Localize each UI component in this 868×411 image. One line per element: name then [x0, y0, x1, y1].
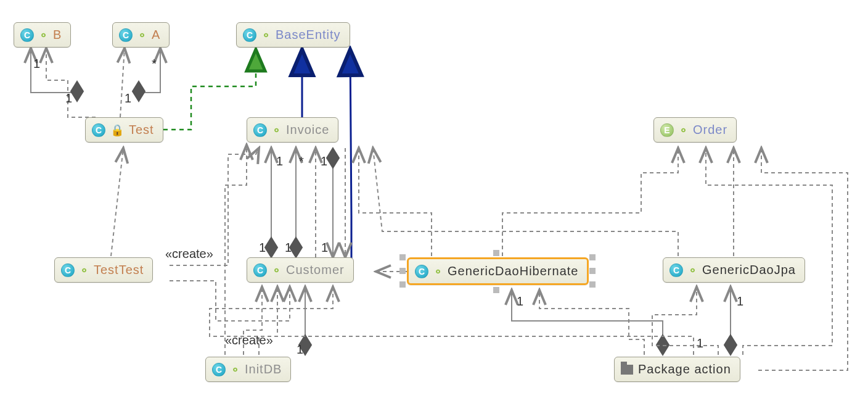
- multiplicity-label: 1: [65, 91, 72, 106]
- multiplicity-label: 1: [697, 336, 703, 351]
- class-test[interactable]: C 🔒 Test: [85, 117, 163, 143]
- class-icon: C: [212, 363, 226, 376]
- package-action[interactable]: Package action: [614, 357, 740, 382]
- class-name: GenericDaoHibernate: [448, 264, 578, 278]
- class-name: B: [53, 28, 62, 42]
- class-genericdaojpa[interactable]: C ⚬ GenericDaoJpa: [663, 257, 805, 283]
- selection-handle[interactable]: [399, 254, 406, 260]
- multiplicity-label: 1: [33, 57, 40, 71]
- visibility-lock-icon: 🔒: [110, 123, 124, 137]
- visibility-icon: ⚬: [137, 28, 147, 42]
- stereotype-create-label: «create»: [165, 247, 213, 261]
- selection-handle[interactable]: [589, 281, 596, 288]
- class-icon: C: [61, 264, 75, 277]
- visibility-icon: ⚬: [261, 28, 271, 42]
- class-name: Order: [693, 123, 727, 137]
- multiplicity-label: 1: [125, 91, 131, 106]
- class-icon: C: [92, 123, 105, 137]
- class-icon: C: [253, 264, 267, 277]
- selection-handle[interactable]: [493, 250, 499, 256]
- visibility-icon: ⚬: [679, 123, 688, 137]
- visibility-icon: ⚬: [39, 28, 48, 42]
- class-b[interactable]: C ⚬ B: [14, 22, 71, 48]
- multiplicity-label: *: [152, 57, 157, 71]
- multiplicity-label: 1: [517, 294, 523, 309]
- class-name: GenericDaoJpa: [702, 263, 796, 277]
- class-a[interactable]: C ⚬ A: [112, 22, 170, 48]
- selection-handle[interactable]: [589, 254, 596, 260]
- enum-icon: E: [660, 123, 674, 137]
- multiplicity-label: 1: [737, 294, 743, 309]
- class-invoice[interactable]: C ⚬ Invoice: [247, 117, 338, 143]
- class-name: Customer: [286, 263, 345, 277]
- selection-handle[interactable]: [399, 281, 406, 288]
- package-name: Package action: [638, 362, 731, 376]
- class-testtest[interactable]: C ⚬ TestTest: [54, 257, 153, 283]
- visibility-icon: ⚬: [688, 264, 697, 277]
- class-icon: C: [669, 264, 683, 277]
- multiplicity-label: 1: [285, 241, 292, 255]
- visibility-icon: ⚬: [272, 123, 281, 137]
- connectors-layer: BaseEntity green dashed realization -->: [0, 0, 868, 411]
- multiplicity-label: 1: [297, 342, 303, 357]
- visibility-icon: ⚬: [231, 363, 240, 376]
- selection-handle[interactable]: [589, 268, 596, 274]
- class-baseentity[interactable]: C ⚬ BaseEntity: [236, 22, 350, 48]
- multiplicity-label: *: [299, 154, 304, 168]
- class-icon: C: [253, 123, 267, 137]
- selection-handle[interactable]: [493, 287, 499, 293]
- class-icon: C: [243, 28, 256, 42]
- visibility-icon: ⚬: [80, 264, 89, 277]
- class-icon: C: [20, 28, 34, 42]
- class-name: Test: [129, 123, 154, 137]
- package-icon: [621, 365, 633, 375]
- class-icon: C: [119, 28, 133, 42]
- class-name: InitDB: [245, 362, 282, 376]
- class-name: Invoice: [286, 123, 329, 137]
- visibility-icon: ⚬: [433, 265, 443, 278]
- multiplicity-label: 1: [321, 241, 328, 255]
- class-name: A: [152, 28, 160, 42]
- selection-handle[interactable]: [399, 268, 406, 274]
- stereotype-create-label: «create»: [225, 333, 273, 347]
- visibility-icon: ⚬: [272, 264, 281, 277]
- class-initdb[interactable]: C ⚬ InitDB: [205, 357, 291, 382]
- class-icon: C: [415, 265, 428, 278]
- class-name: TestTest: [94, 263, 144, 277]
- multiplicity-label: 1: [259, 241, 266, 255]
- enum-order[interactable]: E ⚬ Order: [653, 117, 737, 143]
- class-customer[interactable]: C ⚬ Customer: [247, 257, 354, 283]
- class-name: BaseEntity: [276, 28, 341, 42]
- multiplicity-label: 1: [321, 154, 327, 168]
- class-genericdaohibernate[interactable]: C ⚬ GenericDaoHibernate: [407, 257, 589, 285]
- multiplicity-label: 1: [276, 154, 283, 168]
